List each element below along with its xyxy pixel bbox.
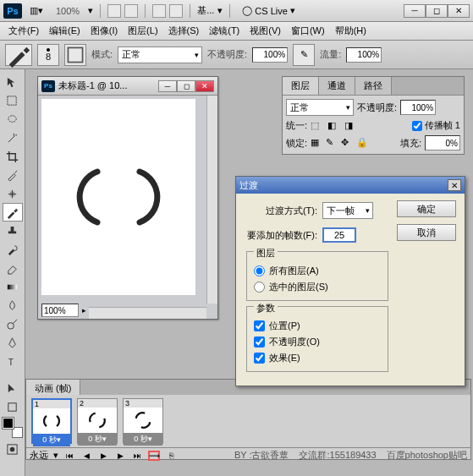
quickmask-tool[interactable] bbox=[3, 440, 23, 458]
document-titlebar[interactable]: Ps 未标题-1 @ 10... ─ ◻ ✕ bbox=[38, 77, 217, 96]
canvas[interactable] bbox=[41, 99, 195, 295]
lock-all-icon[interactable]: 🔒 bbox=[356, 137, 368, 149]
effects-checkbox[interactable]: 效果(E) bbox=[254, 350, 381, 366]
dialog-titlebar[interactable]: 过渡 ✕ bbox=[236, 177, 465, 194]
eraser-tool[interactable] bbox=[3, 259, 23, 277]
frame-delay[interactable]: 0 秒▾ bbox=[78, 433, 117, 446]
extras-icon[interactable] bbox=[152, 4, 166, 18]
zoom-indicator[interactable]: 100% bbox=[51, 6, 85, 16]
lock-pixels-icon[interactable]: ✎ bbox=[326, 137, 338, 149]
tab-channels[interactable]: 通道 bbox=[319, 77, 355, 95]
tablet-opacity-icon[interactable]: ✎ bbox=[293, 44, 315, 66]
tab-animation[interactable]: 动画 (帧) bbox=[26, 380, 80, 395]
lock-transparent-icon[interactable]: ▦ bbox=[311, 137, 322, 149]
zoom-dropdown-icon[interactable]: ▾ bbox=[88, 5, 93, 16]
next-frame-button[interactable]: ▶ bbox=[114, 451, 126, 461]
play-button[interactable]: ▶ bbox=[97, 451, 109, 461]
brush-preset-picker[interactable]: 8 bbox=[37, 44, 59, 66]
flow-input[interactable] bbox=[346, 47, 382, 63]
blend-mode-dropdown[interactable]: 正常 bbox=[118, 47, 202, 63]
close-button[interactable]: ✕ bbox=[448, 4, 470, 18]
ok-button[interactable]: 确定 bbox=[397, 200, 456, 217]
marquee-tool[interactable] bbox=[3, 91, 23, 110]
path-select-tool[interactable] bbox=[3, 379, 23, 397]
doc-minimize-button[interactable]: ─ bbox=[158, 80, 177, 92]
tween-method-dropdown[interactable]: 下一帧 bbox=[322, 202, 373, 219]
foreground-color[interactable] bbox=[3, 418, 14, 429]
eyedropper-tool[interactable] bbox=[3, 166, 23, 184]
loop-dropdown-icon[interactable]: ▾ bbox=[53, 450, 58, 461]
blur-tool[interactable] bbox=[3, 296, 23, 315]
horizontal-scrollbar[interactable] bbox=[89, 307, 206, 319]
gradient-tool[interactable] bbox=[3, 277, 23, 296]
opacity-checkbox[interactable]: 不透明度(O) bbox=[254, 334, 381, 350]
stamp-tool[interactable] bbox=[3, 222, 23, 240]
cslive-button[interactable]: ◯ CS Live ▾ bbox=[237, 5, 300, 16]
frame-3[interactable]: 3 0 秒▾ bbox=[123, 398, 163, 444]
vertical-scrollbar[interactable] bbox=[206, 96, 217, 304]
selected-layers-radio[interactable]: 选中的图层(S) bbox=[254, 279, 381, 295]
menu-select[interactable]: 选择(S) bbox=[163, 23, 205, 39]
workspace-switcher[interactable]: ▥▾ bbox=[25, 3, 47, 19]
fill-input[interactable] bbox=[425, 135, 460, 150]
loop-dropdown[interactable]: 永远 bbox=[30, 449, 48, 462]
essentials-label[interactable]: 基... bbox=[197, 4, 214, 17]
screen-mode-icon[interactable] bbox=[124, 4, 138, 18]
frame-delay[interactable]: 0 秒▾ bbox=[33, 434, 70, 446]
menu-filter[interactable]: 滤镜(T) bbox=[204, 23, 245, 39]
doc-maximize-button[interactable]: ◻ bbox=[177, 80, 195, 92]
first-frame-button[interactable]: ⏮ bbox=[63, 451, 75, 461]
shape-tool[interactable] bbox=[3, 397, 23, 416]
last-frame-button[interactable]: ⏭ bbox=[131, 451, 143, 461]
position-checkbox[interactable]: 位置(P) bbox=[254, 318, 381, 334]
menu-image[interactable]: 图像(I) bbox=[85, 23, 123, 39]
status-arrow-icon[interactable]: ▸ bbox=[82, 306, 86, 315]
dodge-tool[interactable] bbox=[3, 315, 23, 333]
new-frame-button[interactable]: ⎘ bbox=[165, 451, 177, 461]
minimize-button[interactable]: ─ bbox=[404, 4, 426, 18]
tween-button[interactable]: ⟿ bbox=[148, 451, 160, 461]
arrange-icon[interactable] bbox=[107, 4, 121, 18]
layer-blend-dropdown[interactable]: 正常 bbox=[286, 99, 354, 116]
dialog-close-button[interactable]: ✕ bbox=[448, 179, 461, 191]
menu-window[interactable]: 窗口(W) bbox=[286, 23, 330, 39]
history-brush-tool[interactable] bbox=[3, 240, 23, 259]
menu-file[interactable]: 文件(F) bbox=[3, 23, 44, 39]
tool-preset-picker[interactable] bbox=[5, 44, 32, 66]
crop-tool[interactable] bbox=[3, 147, 23, 166]
tab-paths[interactable]: 路径 bbox=[355, 77, 392, 95]
unify-style-icon[interactable]: ◨ bbox=[344, 120, 356, 132]
brush-panel-toggle[interactable] bbox=[64, 44, 86, 66]
frame-delay[interactable]: 0 秒▾ bbox=[124, 433, 162, 446]
doc-zoom-input[interactable]: 100% bbox=[41, 304, 79, 317]
healing-tool[interactable] bbox=[3, 184, 23, 203]
frames-to-add-input[interactable] bbox=[322, 227, 356, 243]
lock-position-icon[interactable]: ✥ bbox=[341, 137, 353, 149]
frame-1[interactable]: 1 0 秒▾ bbox=[31, 398, 72, 444]
menu-view[interactable]: 视图(V) bbox=[245, 23, 286, 39]
cancel-button[interactable]: 取消 bbox=[397, 224, 456, 241]
tab-layers[interactable]: 图层 bbox=[283, 77, 319, 95]
type-tool[interactable]: T bbox=[3, 352, 23, 370]
maximize-button[interactable]: ◻ bbox=[426, 4, 448, 18]
layer-opacity-input[interactable] bbox=[400, 100, 436, 115]
brush-tool[interactable] bbox=[3, 203, 23, 222]
frame-2[interactable]: 2 0 秒▾ bbox=[77, 398, 118, 444]
move-tool[interactable] bbox=[3, 73, 23, 91]
lasso-tool[interactable] bbox=[3, 110, 23, 129]
unify-position-icon[interactable]: ⬚ bbox=[311, 120, 322, 132]
opacity-input[interactable] bbox=[252, 47, 288, 63]
doc-close-button[interactable]: ✕ bbox=[195, 80, 214, 92]
essentials-dropdown-icon[interactable]: ▾ bbox=[217, 5, 223, 16]
propagate-checkbox[interactable] bbox=[412, 121, 422, 131]
all-layers-radio[interactable]: 所有图层(A) bbox=[254, 263, 381, 279]
menu-layer[interactable]: 图层(L) bbox=[123, 23, 162, 39]
wand-tool[interactable] bbox=[3, 129, 23, 147]
prev-frame-button[interactable]: ◀ bbox=[80, 451, 92, 461]
color-swatches[interactable] bbox=[3, 418, 23, 438]
menu-help[interactable]: 帮助(H) bbox=[330, 23, 371, 39]
guides-icon[interactable] bbox=[169, 4, 183, 18]
pen-tool[interactable] bbox=[3, 333, 23, 352]
menu-edit[interactable]: 编辑(E) bbox=[44, 23, 85, 39]
unify-visibility-icon[interactable]: ◧ bbox=[327, 120, 339, 132]
